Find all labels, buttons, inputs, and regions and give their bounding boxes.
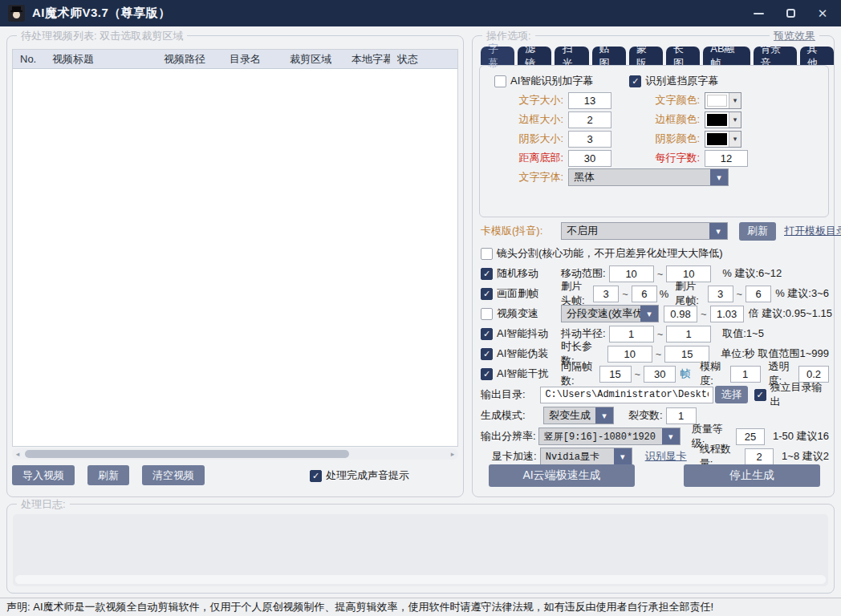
cloud-generate-button[interactable]: AI云端极速生成 <box>489 464 635 487</box>
refresh-list-button[interactable]: 刷新 <box>87 465 129 485</box>
shake-min-input[interactable] <box>609 326 654 342</box>
tilde-separator: ~ <box>657 328 664 340</box>
log-scrollbar[interactable] <box>15 575 826 584</box>
card-template-chevron-down-icon[interactable]: ▾ <box>709 223 727 239</box>
generate-mode-chevron-down-icon[interactable]: ▾ <box>595 407 613 424</box>
border-size-input[interactable] <box>568 111 611 128</box>
options-panel: 操作选项: 预览效果 字幕 滤镜 扫光 贴图 蒙版 长图 AB融帧 背景音 其他… <box>472 35 835 497</box>
threads-hint: 1~8 建议2 <box>782 449 829 464</box>
tab-filter[interactable]: 滤镜 <box>518 47 551 65</box>
move-range-min-input[interactable] <box>609 265 654 282</box>
quality-hint: 1-50 建议16 <box>773 429 829 444</box>
trim-head-max-input[interactable] <box>632 286 657 302</box>
detect-gpu-link[interactable]: 识别显卡 <box>645 449 687 464</box>
resolution-value: 竖屏[9:16]-1080*1920 <box>539 428 662 444</box>
import-video-button[interactable]: 导入视频 <box>12 465 75 485</box>
col-path: 视频路径 <box>156 52 222 67</box>
mask-original-subtitle-label: 识别遮挡原字幕 <box>645 74 718 88</box>
trim-head-label: 删片头帧: <box>561 279 590 308</box>
col-crop: 裁剪区域 <box>282 52 344 67</box>
tab-bgm[interactable]: 背景音 <box>754 47 797 65</box>
border-size-label: 边框大小: <box>493 112 563 127</box>
gpu-dropdown[interactable]: Nvidia显卡 ▾ <box>540 448 632 465</box>
font-color-chevron-down-icon[interactable]: ▾ <box>729 93 741 108</box>
frame-trim-checkbox[interactable]: ✓ <box>481 288 493 300</box>
tilde-separator: ~ <box>701 308 707 320</box>
ai-interfere-checkbox[interactable]: ✓ <box>481 368 493 380</box>
font-color-label: 文字颜色: <box>642 93 700 107</box>
font-color-dropdown[interactable]: ▾ <box>705 92 741 109</box>
tab-long-image[interactable]: 长图 <box>666 47 700 65</box>
resolution-dropdown[interactable]: 竖屏[9:16]-1080*1920 ▾ <box>538 428 681 445</box>
template-refresh-button[interactable]: 刷新 <box>739 222 776 241</box>
horizontal-scrollbar[interactable]: ◂ ▸ <box>12 448 458 460</box>
trim-head-min-input[interactable] <box>593 286 619 302</box>
font-size-input[interactable] <box>568 92 611 109</box>
log-output-area[interactable] <box>13 514 828 586</box>
interval-min-input[interactable] <box>599 366 632 383</box>
trim-head-unit: % <box>660 288 669 300</box>
tab-sweep-light[interactable]: 扫光 <box>555 47 588 65</box>
scroll-right-icon[interactable]: ▸ <box>447 450 458 458</box>
log-legend: 处理日志: <box>17 497 70 512</box>
trim-tail-min-input[interactable] <box>708 286 733 302</box>
tab-ab-blend[interactable]: AB融帧 <box>703 47 750 65</box>
shadow-color-dropdown[interactable]: ▾ <box>705 131 741 148</box>
choose-dir-button[interactable]: 选择 <box>715 386 747 403</box>
resolution-chevron-down-icon[interactable]: ▾ <box>662 428 680 444</box>
bottom-margin-label: 距离底部: <box>493 151 563 165</box>
border-color-label: 边框颜色: <box>642 112 700 127</box>
chars-per-line-input[interactable] <box>705 150 748 167</box>
disclaimer-text: 声明: AI魔术师是一款视频全自动剪辑软件，仅用于个人原创视频制作、提高剪辑效率… <box>6 600 713 614</box>
border-color-chevron-down-icon[interactable]: ▾ <box>729 112 741 128</box>
output-dir-input[interactable] <box>540 387 713 403</box>
close-icon[interactable]: ✕ <box>812 5 833 22</box>
mask-original-subtitle-checkbox[interactable]: ✓ <box>629 75 641 87</box>
minimize-icon[interactable] <box>748 5 769 22</box>
independent-dir-label: 独立目录输出 <box>770 380 829 409</box>
font-family-label: 文字字体: <box>493 170 563 184</box>
font-family-chevron-down-icon[interactable]: ▾ <box>710 169 728 185</box>
tab-sticker[interactable]: 贴图 <box>592 47 626 65</box>
video-table[interactable]: No. 视频标题 视频路径 目录名 裁剪区域 本地字幕 状态 <box>12 49 458 447</box>
maximize-icon[interactable] <box>780 5 801 22</box>
speed-max-input[interactable] <box>710 306 744 322</box>
font-size-label: 文字大小: <box>493 93 563 107</box>
shadow-size-input[interactable] <box>568 131 611 148</box>
tab-other[interactable]: 其他 <box>800 47 834 65</box>
lens-split-checkbox[interactable] <box>481 248 493 260</box>
speed-mode-dropdown[interactable]: 分段变速(效率优 ▾ <box>561 305 659 322</box>
ai-shake-checkbox[interactable]: ✓ <box>481 328 493 340</box>
random-move-checkbox[interactable]: ✓ <box>481 268 493 280</box>
sound-alert-checkbox[interactable]: ✓ <box>310 470 322 482</box>
bottom-margin-input[interactable] <box>568 150 611 167</box>
stop-generate-button[interactable]: 停止生成 <box>684 464 820 487</box>
speed-mode-chevron-down-icon[interactable]: ▾ <box>640 306 658 322</box>
border-color-dropdown[interactable]: ▾ <box>705 111 741 128</box>
gpu-value: Nvidia显卡 <box>541 448 614 464</box>
shadow-color-chevron-down-icon[interactable]: ▾ <box>729 132 741 147</box>
speed-min-input[interactable] <box>664 306 697 322</box>
generate-mode-dropdown[interactable]: 裂变生成 ▾ <box>543 407 614 424</box>
scrollbar-thumb[interactable] <box>25 450 349 458</box>
ai-disguise-checkbox[interactable]: ✓ <box>481 348 493 360</box>
col-subtitle: 本地字幕 <box>344 52 390 67</box>
interval-max-input[interactable] <box>644 366 676 383</box>
open-template-dir-link[interactable]: 打开模板目录 <box>784 224 841 238</box>
clear-video-button[interactable]: 清空视频 <box>142 465 205 485</box>
trim-tail-max-input[interactable] <box>746 286 771 302</box>
speed-change-checkbox[interactable] <box>481 308 493 320</box>
disguise-min-input[interactable] <box>607 346 652 363</box>
threads-input[interactable] <box>745 448 774 465</box>
ai-interfere-label: AI智能干扰 <box>497 367 561 381</box>
independent-dir-checkbox[interactable]: ✓ <box>754 389 766 401</box>
tab-mask[interactable]: 蒙版 <box>629 47 663 65</box>
font-family-dropdown[interactable]: 黑体 ▾ <box>568 168 729 186</box>
ai-add-subtitle-checkbox[interactable] <box>494 75 506 87</box>
shake-max-input[interactable] <box>666 326 711 342</box>
tab-subtitle[interactable]: 字幕 <box>481 47 514 65</box>
scroll-left-icon[interactable]: ◂ <box>12 450 23 458</box>
card-template-dropdown[interactable]: 不启用 ▾ <box>561 222 728 240</box>
blur-label: 模糊度: <box>700 359 726 388</box>
gpu-chevron-down-icon[interactable]: ▾ <box>614 448 632 464</box>
